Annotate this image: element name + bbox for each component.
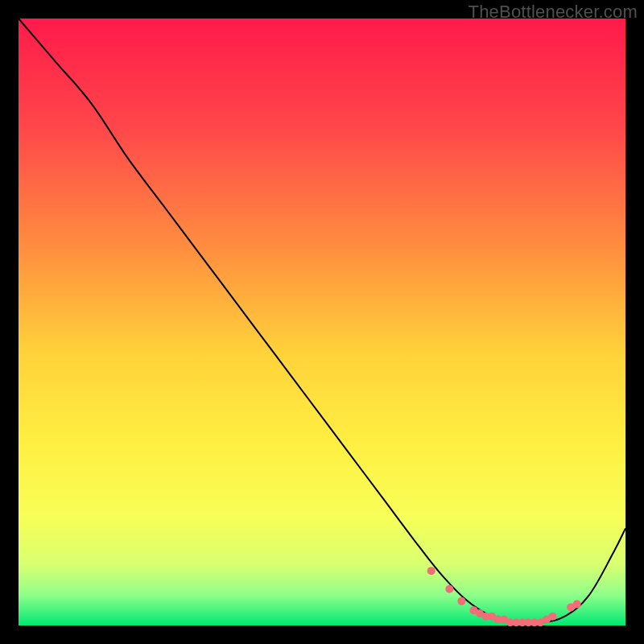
bottleneck-curve	[19, 19, 625, 623]
curve-marker	[427, 567, 436, 575]
curve-layer	[19, 19, 625, 625]
watermark-text: TheBottleneсker.com	[469, 2, 638, 23]
gradient-plot-area	[19, 19, 625, 625]
curve-marker	[457, 597, 465, 605]
chart-frame: TheBottleneсker.com	[0, 0, 644, 644]
curve-marker	[445, 585, 453, 593]
curve-marker	[573, 601, 581, 609]
curve-marker	[549, 613, 557, 621]
